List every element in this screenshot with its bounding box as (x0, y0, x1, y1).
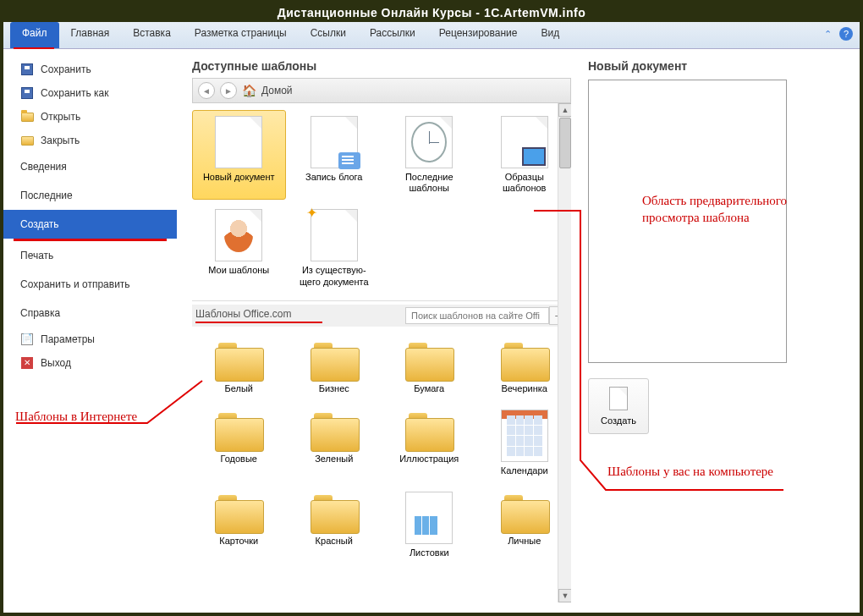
template-label: Иллюстрация (399, 454, 459, 465)
sidebar-item-label: Закрыть (41, 135, 80, 146)
folder-open-icon (20, 110, 34, 124)
exit-icon: ✕ (20, 356, 34, 370)
preview-title: Новый документ (588, 59, 846, 73)
ribbon-tab-home[interactable]: Главная (59, 22, 122, 48)
folder-icon (215, 410, 262, 450)
template-folder-item[interactable]: Белый (192, 333, 286, 400)
sidebar-item-label: Сохранить и отправить (20, 278, 130, 290)
template-folder-item[interactable]: Бизнес (288, 333, 382, 400)
template-label: Календари (501, 465, 548, 476)
templates-title: Доступные шаблоны (192, 59, 571, 73)
folder-icon (501, 492, 548, 532)
scrollbar[interactable]: ▲ ▼ (558, 103, 571, 602)
sidebar-item-share[interactable]: Сохранить и отправить (3, 270, 177, 299)
folder-icon (501, 339, 548, 380)
scroll-up-button[interactable]: ▲ (558, 103, 571, 117)
sidebar-item-recent[interactable]: Последние (3, 181, 177, 210)
template-label: Из существую-щего документа (300, 265, 369, 287)
sidebar-item-label: Открыть (41, 111, 80, 123)
template-icon (501, 410, 548, 462)
ribbon-tab-file[interactable]: Файл (10, 22, 59, 48)
template-folder-item[interactable]: Годовые (192, 404, 286, 482)
template-item[interactable]: ✦Из существую-щего документа (288, 203, 382, 293)
folder-icon (215, 492, 262, 532)
template-item[interactable]: Последние шаблоны (382, 110, 476, 200)
template-icon (501, 116, 548, 168)
create-button[interactable]: Создать (588, 378, 649, 434)
sidebar-item-close[interactable]: Закрыть (3, 129, 177, 152)
folder-icon (311, 492, 358, 532)
template-folder-item[interactable]: Иллюстрация (382, 404, 476, 482)
sidebar-item-label: Справка (20, 307, 60, 319)
template-label: Личные (508, 536, 541, 547)
office-templates-grid: БелыйБизнесБумагаВечеринкаГодовыеЗеленый… (192, 327, 571, 572)
template-icon (405, 492, 453, 544)
sidebar-item-print[interactable]: Печать (3, 241, 177, 270)
sidebar-item-label: Выход (41, 357, 71, 369)
template-search-input[interactable] (405, 307, 549, 324)
ribbon-tab-links[interactable]: Ссылки (299, 22, 358, 48)
template-label: Красный (316, 536, 353, 547)
preview-area (588, 80, 787, 363)
template-folder-item[interactable]: Красный (288, 486, 382, 564)
template-folder-item[interactable]: Зеленый (288, 404, 382, 482)
sidebar-item-new[interactable]: Создать (3, 210, 177, 239)
annotation-underline (195, 322, 322, 323)
ribbon-tab-layout[interactable]: Разметка страницы (183, 22, 299, 48)
template-icon (215, 116, 262, 168)
template-label: Новый документ (203, 172, 275, 183)
sidebar-item-help[interactable]: Справка (3, 299, 177, 327)
template-folder-item[interactable]: Листовки (382, 486, 476, 564)
template-folder-item[interactable]: Карточки (192, 486, 286, 564)
ribbon-tab-review[interactable]: Рецензирование (427, 22, 530, 48)
sidebar-item-label: Создать (20, 218, 59, 230)
minimize-ribbon-icon[interactable]: ⌃ (821, 27, 834, 41)
breadcrumb-bar: ◄ ► 🏠 Домой (192, 78, 571, 103)
template-label: Бизнес (319, 383, 349, 394)
sidebar-item-label: Сохранить как (41, 87, 108, 99)
sidebar-item-exit[interactable]: ✕Выход (3, 351, 177, 375)
create-button-label: Создать (601, 415, 636, 426)
title-bar: Дистанционные Онлайн Курсы - 1C.ArtemVM.… (3, 3, 860, 22)
help-icon[interactable]: ? (839, 27, 853, 41)
template-label: Зеленый (315, 454, 353, 465)
scroll-thumb[interactable] (559, 118, 571, 168)
scroll-down-button[interactable]: ▼ (558, 589, 571, 602)
sidebar-item-label: Сведения (20, 161, 67, 173)
folder-icon (311, 410, 358, 450)
folder-icon (405, 410, 453, 450)
template-item[interactable]: Новый документ (192, 110, 286, 200)
save-icon (20, 63, 34, 76)
sidebar-item-label: Печать (20, 250, 53, 261)
nav-back-button[interactable]: ◄ (198, 82, 215, 99)
template-label: Годовые (220, 454, 257, 465)
save-icon (20, 86, 34, 100)
template-item[interactable]: Запись блога (288, 110, 382, 200)
ribbon: Файл Главная Вставка Разметка страницы С… (3, 22, 860, 49)
office-templates-title: Шаблоны Office.com (195, 308, 322, 320)
sidebar-item-open[interactable]: Открыть (3, 105, 177, 129)
sidebar-item-info[interactable]: Сведения (3, 152, 177, 181)
template-icon (215, 209, 262, 261)
template-label: Мои шаблоны (208, 265, 269, 276)
folder-icon (20, 134, 34, 147)
ribbon-tab-insert[interactable]: Вставка (121, 22, 183, 48)
template-item[interactable]: Мои шаблоны (192, 203, 286, 293)
document-icon (609, 387, 628, 410)
local-templates-grid: Новый документЗапись блогаПоследние шабл… (192, 103, 571, 300)
backstage-sidebar: Сохранить Сохранить как Открыть Закрыть … (3, 49, 177, 613)
template-label: Листовки (410, 547, 449, 558)
home-icon[interactable]: 🏠 (242, 84, 256, 97)
template-icon (405, 116, 453, 168)
ribbon-tab-mailings[interactable]: Рассылки (358, 22, 427, 48)
sidebar-item-options[interactable]: Параметры (3, 327, 177, 351)
template-label: Последние шаблоны (387, 172, 471, 194)
ribbon-tab-view[interactable]: Вид (529, 22, 571, 48)
nav-forward-button[interactable]: ► (220, 82, 237, 99)
sidebar-item-saveas[interactable]: Сохранить как (3, 81, 177, 105)
template-label: Образцы шаблонов (482, 172, 567, 194)
sidebar-item-save[interactable]: Сохранить (3, 58, 177, 81)
folder-icon (405, 339, 453, 380)
template-folder-item[interactable]: Бумага (382, 333, 476, 400)
folder-icon (311, 339, 358, 380)
